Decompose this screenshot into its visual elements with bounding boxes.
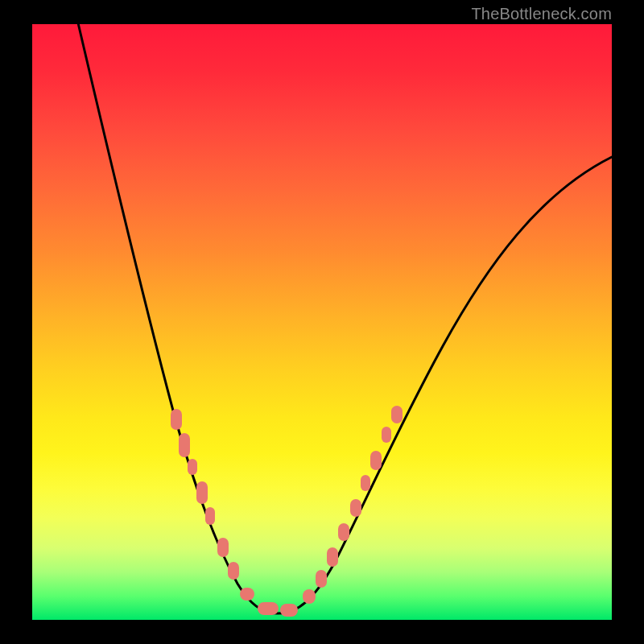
plot-area [32,24,612,620]
bottleneck-curve [32,24,612,620]
svg-rect-18 [391,406,402,423]
svg-rect-14 [350,499,361,517]
svg-rect-15 [361,475,370,491]
svg-rect-13 [338,523,349,541]
svg-rect-12 [327,547,338,567]
svg-rect-6 [228,562,239,580]
svg-rect-8 [258,602,279,615]
svg-rect-9 [280,604,298,617]
svg-rect-16 [370,451,382,470]
svg-rect-10 [303,589,316,604]
svg-rect-11 [316,570,327,588]
svg-rect-4 [205,507,215,525]
svg-rect-17 [382,427,391,443]
svg-rect-0 [171,409,182,430]
watermark-text: TheBottleneck.com [471,5,612,23]
svg-rect-1 [179,433,190,457]
marker-group [171,406,402,617]
svg-rect-5 [217,538,229,557]
chart-frame: TheBottleneck.com [0,0,644,644]
svg-rect-7 [240,588,254,601]
svg-rect-2 [188,459,197,475]
svg-rect-3 [196,481,208,504]
